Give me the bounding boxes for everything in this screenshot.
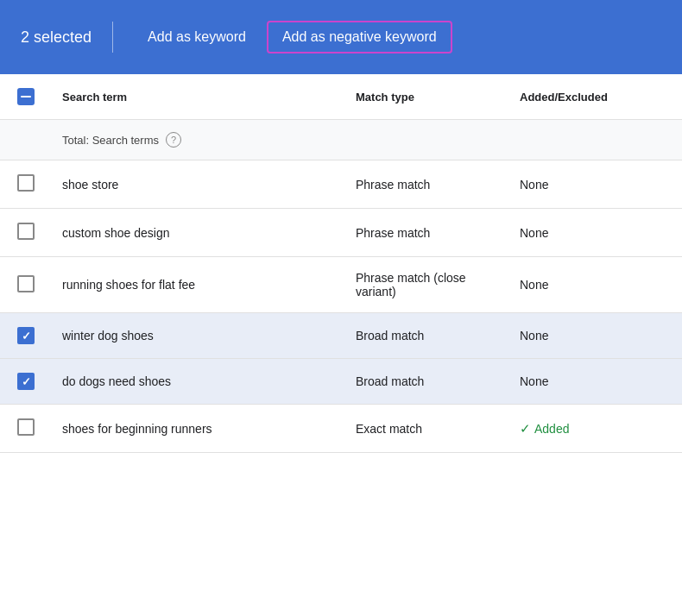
checkbox-cell-0[interactable] <box>0 160 52 209</box>
match-type-cell: Phrase match <box>345 160 509 209</box>
total-checkbox-cell <box>0 120 52 160</box>
add-keyword-button[interactable]: Add as keyword <box>134 22 260 52</box>
status-cell: None <box>509 209 682 257</box>
checkbox-checked[interactable]: ✓ <box>17 373 35 390</box>
match-type-cell: Broad match <box>345 313 509 359</box>
status-cell: None <box>509 160 682 209</box>
check-icon: ✓ <box>520 421 531 437</box>
term-cell: running shoes for flat fee <box>52 257 345 313</box>
table-row: custom shoe designPhrase matchNone <box>0 209 682 257</box>
checkbox-cell-2[interactable] <box>0 257 52 313</box>
checkbox-checked[interactable]: ✓ <box>17 327 35 344</box>
added-label: Added <box>534 422 569 436</box>
match-type-cell: Phrase match (close variant) <box>345 257 509 313</box>
checkbox-empty[interactable] <box>17 418 35 436</box>
total-status-cell <box>509 120 682 160</box>
checkbox-empty[interactable] <box>17 275 35 292</box>
help-icon[interactable]: ? <box>166 132 181 148</box>
added-excluded-header: Added/Excluded <box>509 74 682 120</box>
match-type-header: Match type <box>345 74 509 120</box>
term-cell: do dogs need shoes <box>52 359 345 405</box>
term-cell: winter dog shoes <box>52 313 345 359</box>
term-cell: shoes for beginning runners <box>52 405 345 453</box>
header-bar: 2 selected Add as keyword Add as negativ… <box>0 0 682 74</box>
table-row: ✓do dogs need shoesBroad matchNone <box>0 359 682 405</box>
minus-icon <box>21 96 31 98</box>
search-terms-table: Search term Match type Added/Excluded To… <box>0 74 682 453</box>
total-label-cell: Total: Search terms ? <box>52 120 345 160</box>
table-header-row: Search term Match type Added/Excluded <box>0 74 682 120</box>
search-term-header: Search term <box>52 74 345 120</box>
total-match-cell <box>345 120 509 160</box>
select-all-checkbox[interactable] <box>17 88 35 105</box>
header-divider <box>112 22 113 53</box>
total-row: Total: Search terms ? <box>0 120 682 160</box>
table-row: shoes for beginning runnersExact match✓A… <box>0 405 682 453</box>
selected-count: 2 selected <box>21 28 112 47</box>
table-row: shoe storePhrase matchNone <box>0 160 682 209</box>
checkbox-cell-3[interactable]: ✓ <box>0 313 52 359</box>
match-type-cell: Exact match <box>345 405 509 453</box>
checkmark-icon: ✓ <box>22 330 31 342</box>
match-type-cell: Broad match <box>345 359 509 405</box>
status-cell: None <box>509 257 682 313</box>
status-cell: None <box>509 313 682 359</box>
term-cell: shoe store <box>52 160 345 209</box>
match-type-cell: Phrase match <box>345 209 509 257</box>
add-negative-keyword-button[interactable]: Add as negative keyword <box>267 21 452 53</box>
status-cell: None <box>509 359 682 405</box>
added-status: ✓Added <box>520 421 672 437</box>
checkmark-icon: ✓ <box>22 376 31 387</box>
table-row: running shoes for flat feePhrase match (… <box>0 257 682 313</box>
checkbox-header-cell[interactable] <box>0 74 52 120</box>
checkbox-cell-4[interactable]: ✓ <box>0 359 52 405</box>
checkbox-cell-1[interactable] <box>0 209 52 257</box>
status-cell: ✓Added <box>509 405 682 453</box>
checkbox-empty[interactable] <box>17 223 35 240</box>
term-cell: custom shoe design <box>52 209 345 257</box>
table-row: ✓winter dog shoesBroad matchNone <box>0 313 682 359</box>
checkbox-cell-5[interactable] <box>0 405 52 453</box>
total-label-text: Total: Search terms <box>62 134 159 147</box>
checkbox-empty[interactable] <box>17 174 35 192</box>
